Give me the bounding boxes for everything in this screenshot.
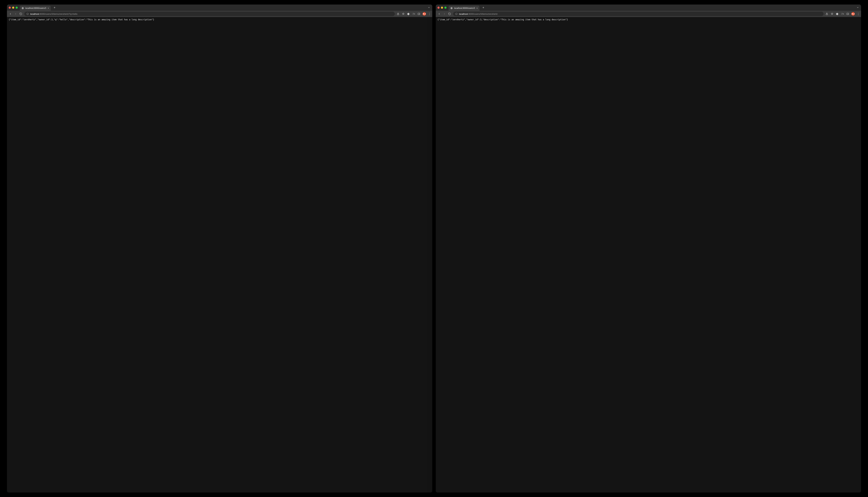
tab-title: localhost:8000/users/3/items/z: [25, 7, 46, 9]
svg-rect-9: [418, 13, 420, 15]
close-tab-icon[interactable]: ×: [476, 7, 478, 9]
close-tab-icon[interactable]: ×: [47, 7, 49, 9]
minimize-window-button[interactable]: [12, 6, 14, 9]
extensions-icon[interactable]: [836, 12, 839, 15]
address-bar[interactable]: localhost:8000/users/3/items/zerohertz: [453, 12, 824, 16]
profile-avatar[interactable]: 호근: [422, 12, 426, 16]
maximize-window-button[interactable]: [16, 6, 18, 9]
forward-button[interactable]: [443, 12, 446, 16]
browser-window: localhost:8000/users/3/items/z × + local…: [7, 4, 432, 493]
tab-title: localhost:8000/users/3/items/z: [454, 7, 475, 9]
kebab-menu-icon[interactable]: ⋮: [428, 12, 431, 16]
back-button[interactable]: [437, 12, 441, 16]
traffic-lights: [9, 6, 18, 9]
side-panel-icon[interactable]: [846, 12, 849, 15]
reload-button[interactable]: [19, 12, 23, 16]
maximize-window-button[interactable]: [445, 6, 447, 9]
minimize-window-button[interactable]: [441, 6, 443, 9]
toolbar-right: 호근 ⋮: [825, 12, 859, 16]
close-window-button[interactable]: [437, 6, 439, 9]
address-bar[interactable]: localhost:8000/users/3/items/zerohertz?q…: [24, 12, 395, 16]
new-tab-button[interactable]: +: [53, 5, 57, 10]
reload-button[interactable]: [448, 12, 451, 16]
traffic-lights: [437, 6, 447, 9]
tab-strip: localhost:8000/users/3/items/z × +: [436, 4, 861, 11]
toolbar: localhost:8000/users/3/items/zerohertz?q…: [7, 11, 432, 17]
tab-list-chevron-icon[interactable]: [856, 6, 859, 9]
extensions-icon[interactable]: [407, 12, 410, 15]
url-text: localhost:8000/users/3/items/zerohertz?q…: [30, 13, 393, 15]
reading-list-icon[interactable]: [841, 12, 844, 15]
toolbar: localhost:8000/users/3/items/zerohertz 호…: [436, 11, 861, 17]
url-host: localhost: [459, 13, 468, 15]
svg-rect-20: [846, 13, 849, 15]
back-button[interactable]: [9, 12, 12, 16]
tab-list-chevron-icon[interactable]: [428, 6, 430, 9]
browser-window: localhost:8000/users/3/items/z × + local…: [436, 4, 861, 493]
kebab-menu-icon[interactable]: ⋮: [857, 12, 859, 16]
toolbar-right: 호근 ⋮: [396, 12, 431, 16]
url-host: localhost: [30, 13, 39, 15]
reading-list-icon[interactable]: [412, 12, 415, 15]
tab-strip: localhost:8000/users/3/items/z × +: [7, 4, 432, 11]
page-content: {"item_id":"zerohertz","owner_id":3,"q":…: [7, 17, 432, 493]
site-info-icon[interactable]: [455, 13, 458, 15]
bookmark-star-icon[interactable]: [402, 12, 405, 15]
bookmark-star-icon[interactable]: [830, 12, 834, 15]
share-icon[interactable]: [825, 12, 828, 15]
browser-tab[interactable]: localhost:8000/users/3/items/z ×: [449, 5, 479, 11]
profile-avatar[interactable]: 호근: [851, 12, 855, 16]
page-content: {"item_id":"zerohertz","owner_id":3,"des…: [436, 17, 861, 493]
url-path: :8000/users/3/items/zerohertz?q=hello: [39, 13, 78, 15]
browser-tab[interactable]: localhost:8000/users/3/items/z ×: [20, 5, 51, 11]
url-text: localhost:8000/users/3/items/zerohertz: [459, 13, 822, 15]
close-window-button[interactable]: [9, 6, 11, 9]
site-info-icon[interactable]: [26, 13, 29, 15]
forward-button[interactable]: [14, 12, 17, 16]
share-icon[interactable]: [396, 12, 400, 15]
globe-icon: [22, 7, 24, 9]
globe-icon: [450, 7, 453, 9]
new-tab-button[interactable]: +: [481, 5, 485, 10]
url-path: :8000/users/3/items/zerohertz: [468, 13, 498, 15]
side-panel-icon[interactable]: [417, 12, 420, 15]
